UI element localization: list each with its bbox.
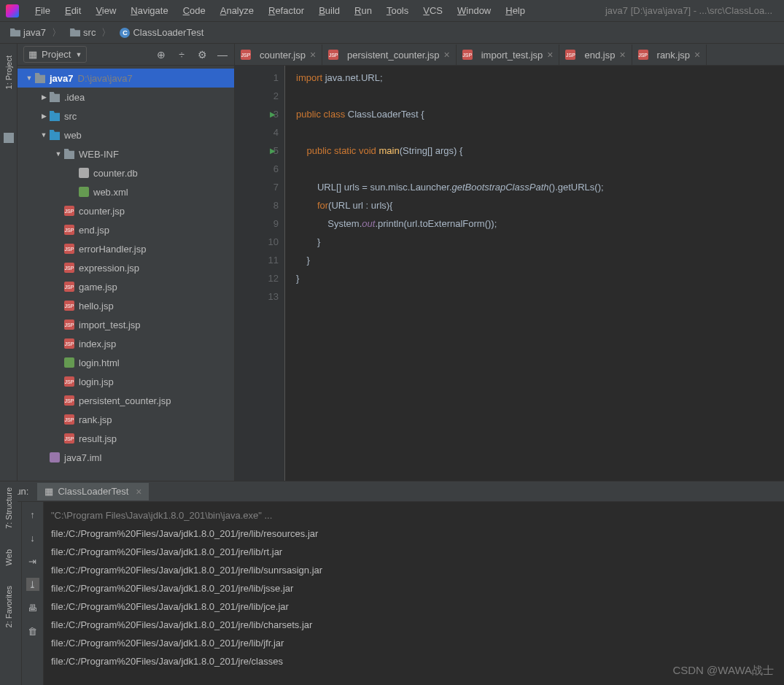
close-icon[interactable]: × — [694, 49, 700, 61]
chevron-right-icon: 〉 — [52, 26, 61, 39]
tree-item[interactable]: JSPresult.jsp — [18, 429, 234, 448]
tool-web-button[interactable]: Web — [3, 543, 15, 571]
tree-item[interactable]: JSPimport_test.jsp — [18, 315, 234, 334]
code-line[interactable]: } — [296, 269, 784, 287]
tree-item[interactable]: login.html — [18, 353, 234, 372]
tree-arrow-icon[interactable]: ▼ — [38, 131, 50, 139]
tree-arrow-icon[interactable]: ▶ — [38, 93, 50, 101]
breadcrumb-src[interactable]: src〉 — [66, 25, 115, 41]
menu-edit[interactable]: Edit — [58, 2, 88, 19]
tree-item[interactable]: JSPerrorHandler.jsp — [18, 239, 234, 258]
menu-help[interactable]: Help — [498, 2, 532, 19]
menu-view[interactable]: View — [88, 2, 123, 19]
tree-item[interactable]: ▶.idea — [18, 88, 234, 107]
breadcrumb-classloadertest[interactable]: CClassLoaderTest — [115, 26, 208, 39]
tree-item[interactable]: ▼java7D:\java\java7 — [18, 69, 234, 88]
run-panel: Run: ▦ ClassLoaderTest × ▶ ■ 📷 ⚙ ↪ ▭ 📌 ↑… — [0, 481, 784, 685]
output-line: "C:\Program Files\Java\jdk1.8.0_201\bin\… — [51, 506, 777, 525]
tree-item[interactable]: JSPcounter.jsp — [18, 201, 234, 220]
tree-arrow-icon[interactable]: ▶ — [38, 112, 50, 120]
code-line[interactable] — [296, 287, 784, 306]
project-tree[interactable]: ▼java7D:\java\java7▶.idea▶src▼web▼WEB-IN… — [18, 66, 234, 481]
tree-label: errorHandler.jsp — [79, 244, 147, 255]
tree-arrow-icon[interactable]: ▼ — [53, 150, 64, 158]
jsp-icon: JSP — [565, 50, 575, 60]
editor-tab[interactable]: JSPcounter.jsp× — [235, 44, 322, 65]
editor-tab[interactable]: JSPend.jsp× — [559, 44, 632, 65]
code-line[interactable]: import java.net.URL; — [296, 69, 784, 87]
code-line[interactable]: URL[] urls = sun.misc.Launcher.getBootst… — [296, 178, 784, 196]
clear-button[interactable]: 🗑 — [26, 624, 39, 638]
down-button[interactable]: ↓ — [26, 531, 39, 544]
menu-analyze[interactable]: Analyze — [213, 2, 261, 19]
tree-item[interactable]: ▼WEB-INF — [18, 144, 234, 163]
tree-item[interactable]: ▶src — [18, 107, 234, 125]
close-icon[interactable]: × — [444, 49, 450, 61]
up-button[interactable]: ↑ — [26, 508, 39, 521]
tree-item[interactable]: web.xml — [18, 182, 234, 201]
scroll-button[interactable]: ⤓ — [26, 578, 39, 591]
run-output[interactable]: "C:\Program Files\Java\jdk1.8.0_201\bin\… — [44, 502, 784, 685]
tool-structure-button[interactable]: 7: Structure — [3, 481, 15, 535]
editor-body[interactable]: 123▶45▶678910111213 import java.net.URL;… — [235, 66, 784, 481]
tree-item[interactable]: JSPpersistent_counter.jsp — [18, 391, 234, 410]
code-line[interactable]: } — [296, 251, 784, 269]
run-tab[interactable]: ▦ ClassLoaderTest × — [37, 483, 149, 500]
code-line[interactable] — [296, 160, 784, 178]
code-line[interactable] — [296, 87, 784, 105]
tree-item[interactable]: counter.db — [18, 163, 234, 182]
tree-item[interactable]: JSPexpression.jsp — [18, 258, 234, 277]
tree-item[interactable]: JSPgame.jsp — [18, 277, 234, 296]
file-icon[interactable] — [4, 133, 14, 143]
menu-navigate[interactable]: Navigate — [123, 2, 175, 19]
code-line[interactable]: public static void main(String[] args) { — [296, 142, 784, 160]
menu-vcs[interactable]: VCS — [416, 2, 450, 19]
tree-item[interactable]: JSPrank.jsp — [18, 410, 234, 429]
close-icon[interactable]: × — [310, 49, 316, 61]
code-line[interactable]: public class ClassLoaderTest { — [296, 105, 784, 123]
close-icon[interactable]: × — [547, 49, 553, 61]
tree-item[interactable]: JSPend.jsp — [18, 220, 234, 239]
code-line[interactable]: for(URL url : urls){ — [296, 196, 784, 214]
tree-item[interactable]: java7.iml — [18, 448, 234, 467]
menu-tools[interactable]: Tools — [379, 2, 416, 19]
menu-code[interactable]: Code — [176, 2, 213, 19]
minimize-icon[interactable]: — — [217, 49, 228, 61]
editor-tab[interactable]: JSPimport_test.jsp× — [457, 44, 560, 65]
menu-build[interactable]: Build — [311, 2, 347, 19]
tree-item[interactable]: JSPlogin.jsp — [18, 372, 234, 391]
breadcrumb-java7[interactable]: java7〉 — [6, 25, 66, 41]
close-icon[interactable]: × — [619, 49, 625, 61]
crumb-label: src — [83, 27, 96, 38]
close-icon[interactable]: × — [136, 486, 141, 498]
run-marker-icon[interactable]: ▶ — [270, 147, 276, 155]
collapse-icon[interactable]: ÷ — [176, 49, 187, 61]
code-line[interactable] — [296, 123, 784, 142]
editor-tab[interactable]: JSPpersistent_counter.jsp× — [322, 44, 457, 65]
tool-project-button[interactable]: 1: Project — [3, 50, 15, 95]
editor-tab[interactable]: JSPrank.jsp× — [632, 44, 707, 65]
tree-arrow-icon[interactable]: ▼ — [23, 74, 35, 82]
window-title: java7 [D:\java\java7] - ...\src\ClassLoa… — [605, 5, 778, 16]
code-area[interactable]: import java.net.URL;public class ClassLo… — [284, 66, 784, 481]
code-line[interactable]: } — [296, 233, 784, 251]
wrap-button[interactable]: ⇥ — [26, 554, 39, 568]
run-config-icon: ▦ — [44, 486, 53, 497]
run-marker-icon[interactable]: ▶ — [270, 110, 276, 118]
tree-item[interactable]: JSPhello.jsp — [18, 296, 234, 315]
locate-icon[interactable]: ⊕ — [155, 49, 167, 61]
folder-icon — [64, 149, 74, 159]
menu-file[interactable]: File — [28, 2, 58, 19]
menu-refactor[interactable]: Refactor — [261, 2, 311, 19]
code-line[interactable]: System.out.println(url.toExternalForm())… — [296, 214, 784, 233]
tree-label: hello.jsp — [79, 301, 114, 311]
menu-run[interactable]: Run — [347, 2, 379, 19]
tree-item[interactable]: JSPindex.jsp — [18, 334, 234, 353]
tool-favorites-button[interactable]: 2: Favorites — [3, 580, 15, 633]
print-button[interactable]: 🖶 — [26, 601, 39, 614]
menu-window[interactable]: Window — [450, 2, 498, 19]
project-icon: ▦ — [28, 49, 37, 60]
project-view-selector[interactable]: ▦ Project ▼ — [23, 46, 87, 63]
tree-item[interactable]: ▼web — [18, 125, 234, 144]
gear-icon[interactable]: ⚙ — [196, 49, 208, 61]
